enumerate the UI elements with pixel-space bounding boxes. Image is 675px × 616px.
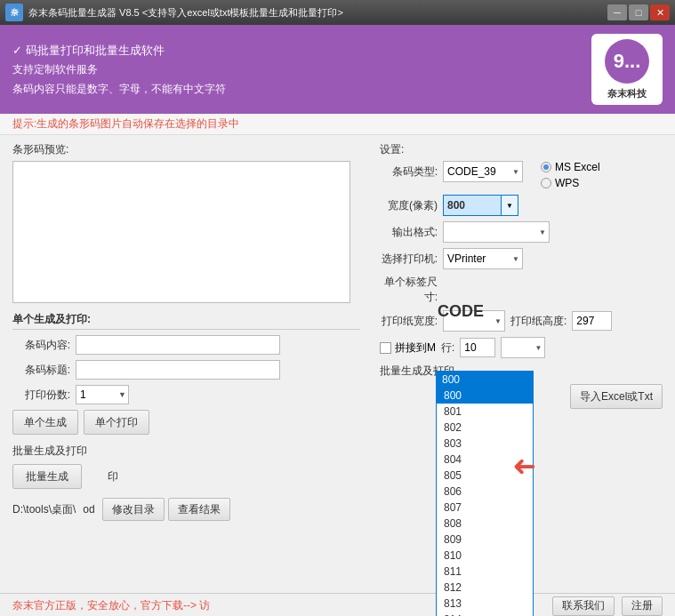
- batch-gen-print-label: 批量生成及打印: [380, 364, 454, 379]
- status-buttons: 联系我们 注册: [552, 596, 663, 616]
- barcode-preview-box: [12, 161, 350, 303]
- view-results-button[interactable]: 查看结果: [168, 498, 230, 521]
- single-gen-section: 单个生成及打印: 条码内容: 条码标题: 打印份数: 1 ▼ 单个生成 单个打印: [12, 312, 360, 440]
- modify-dir-button[interactable]: 修改目录: [102, 498, 165, 521]
- barcode-title-row: 条码标题:: [12, 360, 360, 380]
- minimize-button[interactable]: ─: [607, 4, 627, 20]
- barcode-type-label: 条码类型:: [380, 164, 438, 180]
- barcode-type-arrow-icon: ▼: [512, 168, 519, 176]
- spreadsheet-radio-group: MS Excel WPS: [541, 161, 600, 189]
- barcode-type-section: 条码类型: CODE_39 ▼ MS Excel WPS: [380, 161, 663, 189]
- radio-wps[interactable]: WPS: [541, 177, 600, 189]
- barcode-content-input[interactable]: [76, 335, 280, 355]
- batch-gen-print-row: 批量生成及打印: [380, 364, 663, 379]
- rows-input[interactable]: [460, 338, 495, 357]
- paper-width-label: 打印纸宽度:: [380, 314, 438, 329]
- paper-width-arrow-icon: ▼: [494, 317, 502, 325]
- cols-arrow-icon: ▼: [534, 344, 542, 352]
- print-count-select[interactable]: 1 ▼: [76, 385, 129, 404]
- join-label: 拼接到M: [395, 340, 436, 356]
- output-format-label: 输出格式:: [380, 225, 438, 240]
- printer-row: 选择打印机: VPrinter ▼: [380, 248, 663, 269]
- batch-section: 批量生成及打印 批量生成 印: [12, 444, 360, 494]
- output-format-arrow-icon: ▼: [539, 228, 546, 236]
- radio-wps-icon: [541, 178, 551, 188]
- single-gen-button[interactable]: 单个生成: [12, 410, 78, 435]
- output-format-row: 输出格式: ▼: [380, 221, 663, 243]
- app-logo-icon: 奈: [5, 4, 23, 21]
- logo-brand-text: 奈末科技: [607, 87, 647, 100]
- output-format-select[interactable]: ▼: [443, 221, 550, 243]
- barcode-content-label: 条码内容:: [12, 338, 70, 353]
- cols-select[interactable]: ▼: [501, 337, 545, 358]
- width-row: 宽度(像素) ▼: [380, 195, 663, 216]
- notice-bar: 提示:生成的条形码图片自动保存在选择的目录中: [0, 114, 675, 135]
- left-panel: 条形码预览: 单个生成及打印: 条码内容: 条码标题: 打印份数: 1 ▼ 单个…: [0, 135, 373, 593]
- path-value: D:\tools\桌面\: [12, 502, 76, 517]
- maximize-button[interactable]: □: [629, 4, 648, 20]
- width-input-area: ▼: [443, 195, 518, 216]
- contact-us-button[interactable]: 联系我们: [552, 596, 615, 616]
- settings-label: 设置:: [380, 142, 663, 157]
- printer-arrow-icon: ▼: [512, 255, 519, 263]
- header-area: ✓ 码批量打印和批量生成软件 支持定制软件服务 条码内容只能是数字、字母，不能有…: [0, 25, 675, 114]
- barcode-type-row: 条码类型: CODE_39 ▼: [380, 161, 523, 182]
- width-dropdown-button[interactable]: ▼: [501, 195, 518, 216]
- path-buttons: 修改目录 查看结果: [102, 498, 230, 521]
- title-bar: 奈 奈末条码批量生成器 V8.5 <支持导入excel或txt模板批量生成和批量…: [0, 0, 675, 25]
- print-count-row: 打印份数: 1 ▼: [12, 385, 360, 404]
- printer-label: 选择打印机:: [380, 252, 438, 267]
- title-bar-left: 奈 奈末条码批量生成器 V8.5 <支持导入excel或txt模板批量生成和批量…: [5, 4, 343, 21]
- header-line2: 支持定制软件服务: [12, 60, 226, 80]
- radio-ms-excel[interactable]: MS Excel: [541, 161, 600, 173]
- brand-logo: 9... 奈末科技: [591, 34, 663, 105]
- join-checkbox-icon: [380, 342, 391, 354]
- rows-label: 行:: [441, 340, 454, 356]
- window-controls: ─ □ ✕: [607, 4, 670, 20]
- path-section: D:\tools\桌面\ od 修改目录 查看结果: [12, 498, 360, 521]
- gen-print-btn-row: 单个生成 单个打印: [12, 410, 360, 435]
- width-label: 宽度(像素): [380, 198, 438, 213]
- status-bar: 奈末官方正版，安全放心，官方下载--> 访 联系我们 注册: [0, 593, 675, 616]
- import-btn-row: 导入Excel或Txt: [380, 384, 663, 409]
- print-count-label: 打印份数:: [12, 388, 70, 403]
- barcode-title-label: 条码标题:: [12, 363, 70, 378]
- header-line1: ✓ 码批量打印和批量生成软件: [12, 40, 226, 60]
- batch-gen-button[interactable]: 批量生成: [12, 464, 82, 489]
- barcode-content-row: 条码内容:: [12, 335, 360, 355]
- join-checkbox-item[interactable]: 拼接到M: [380, 340, 436, 356]
- single-print-button[interactable]: 单个打印: [84, 410, 149, 435]
- notice-text: 提示:生成的条形码图片自动保存在选择的目录中: [12, 117, 239, 130]
- status-text: 奈末官方正版，安全放心，官方下载--> 访: [12, 598, 210, 613]
- close-button[interactable]: ✕: [650, 4, 670, 20]
- radio-wps-label: WPS: [555, 177, 579, 189]
- paper-width-select[interactable]: ▼: [443, 310, 505, 332]
- printer-select[interactable]: VPrinter ▼: [443, 248, 523, 269]
- width-input[interactable]: [443, 195, 501, 216]
- width-dropdown-arrow-icon: ▼: [506, 202, 513, 210]
- paper-width-row: 打印纸宽度: ▼ 打印纸高度:: [380, 310, 663, 332]
- register-button[interactable]: 注册: [622, 596, 663, 616]
- printer-value: VPrinter: [447, 252, 486, 265]
- print-count-arrow-icon: ▼: [117, 390, 128, 399]
- barcode-type-value: CODE_39: [447, 165, 496, 178]
- radio-ms-excel-icon: [541, 162, 551, 172]
- logo-circle-icon: 9...: [605, 39, 649, 84]
- print-count-value: 1: [76, 388, 117, 401]
- label-size-row: 单个标签尺寸:: [380, 275, 663, 305]
- preview-label: 条形码预览:: [12, 142, 360, 157]
- barcode-type-select[interactable]: CODE_39 ▼: [443, 161, 523, 182]
- paper-height-input[interactable]: [572, 311, 612, 331]
- join-row: 拼接到M 行: ▼: [380, 337, 663, 358]
- main-content: 条形码预览: 单个生成及打印: 条码内容: 条码标题: 打印份数: 1 ▼ 单个…: [0, 135, 675, 593]
- header-line3: 条码内容只能是数字、字母，不能有中文字符: [12, 80, 226, 100]
- title-text: 奈末条码批量生成器 V8.5 <支持导入excel或txt模板批量生成和批量打印…: [28, 6, 343, 20]
- paper-height-label: 打印纸高度:: [510, 314, 567, 329]
- batch-gen-row: 批量生成 印: [12, 464, 360, 489]
- batch-label: 批量生成及打印: [12, 444, 87, 459]
- radio-ms-excel-label: MS Excel: [555, 161, 600, 173]
- barcode-title-input[interactable]: [76, 360, 280, 380]
- import-excel-txt-button[interactable]: 导入Excel或Txt: [570, 384, 663, 409]
- header-text-block: ✓ 码批量打印和批量生成软件 支持定制软件服务 条码内容只能是数字、字母，不能有…: [12, 40, 226, 100]
- single-gen-title: 单个生成及打印:: [12, 312, 360, 330]
